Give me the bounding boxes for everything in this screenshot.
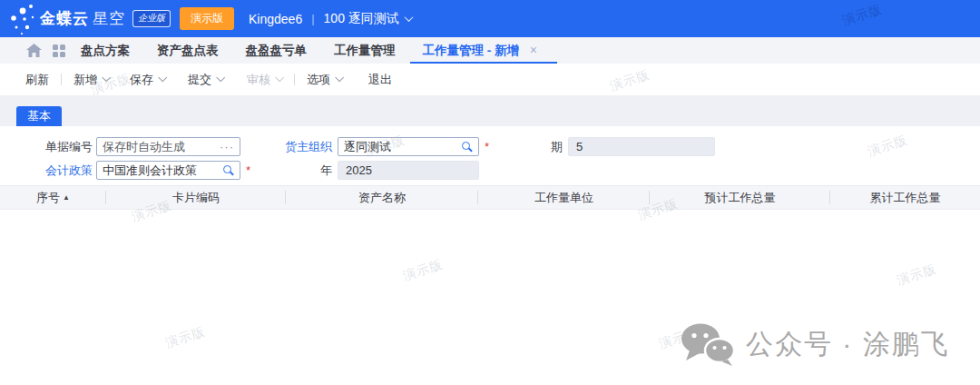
- column-header-workload-unit[interactable]: 工作量单位: [478, 186, 650, 209]
- chevron-down-icon: [275, 73, 284, 82]
- chevron-down-icon: [102, 73, 111, 82]
- button-label: 提交: [188, 72, 211, 88]
- demo-version-badge: 演示版: [180, 7, 234, 30]
- tab-label: 资产盘点表: [157, 44, 219, 57]
- owner-org-label[interactable]: 货主组织: [254, 137, 332, 156]
- chevron-down-icon: [216, 73, 225, 82]
- tab-label: 盘点方案: [81, 44, 130, 57]
- column-label: 预计工作总量: [705, 190, 776, 206]
- toolbar-divider: [294, 74, 295, 85]
- kingdee-logo-icon: [7, 3, 36, 35]
- brand-primary: 金蝶云: [40, 8, 89, 29]
- watermark: 演示版: [895, 261, 938, 289]
- period-value: 5: [576, 140, 583, 153]
- tab-label: 工作量管理 - 新增: [423, 44, 520, 57]
- sort-asc-icon: ▲: [63, 193, 70, 202]
- column-label: 累计工作总量: [870, 190, 941, 206]
- org-divider: |: [311, 12, 314, 25]
- bill-no-input[interactable]: 保存时自动生成 ···: [96, 137, 240, 156]
- column-label: 资产名称: [358, 190, 406, 206]
- column-header-estimated-total[interactable]: 预计工作总量: [650, 186, 830, 209]
- year-field: 2025: [338, 161, 479, 180]
- button-label: 新增: [74, 72, 97, 88]
- chevron-down-icon: [335, 73, 344, 82]
- close-icon[interactable]: ×: [530, 43, 537, 57]
- column-header-card-code[interactable]: 卡片编码: [106, 186, 286, 209]
- button-label: 保存: [130, 72, 153, 88]
- toolbar-divider: [61, 74, 62, 85]
- button-label: 审核: [247, 72, 270, 88]
- toolbar: 刷新 新增 保存 提交 审核 选项 退出: [0, 64, 980, 95]
- owner-org-value: 逐同测试: [344, 138, 391, 155]
- column-label: 卡片编码: [172, 190, 220, 206]
- username: Kingdee6: [249, 12, 302, 26]
- required-asterisk: *: [485, 137, 489, 156]
- edition-badge: 企业版: [132, 10, 171, 27]
- tab-workload-management-new[interactable]: 工作量管理 - 新增 ×: [423, 37, 537, 64]
- form-tab-strip: 基本: [0, 95, 980, 126]
- year-value: 2025: [346, 163, 372, 177]
- ellipsis-button[interactable]: ···: [220, 138, 234, 155]
- tab-workload-management[interactable]: 工作量管理: [334, 37, 396, 64]
- column-header-accumulated-total[interactable]: 累计工作总量: [830, 186, 980, 209]
- accounting-policy-value: 中国准则会计政策: [103, 162, 197, 179]
- new-button[interactable]: 新增: [74, 72, 109, 88]
- period-label: 期: [508, 137, 563, 156]
- audit-button: 审核: [247, 72, 282, 88]
- grid-header: 序号 ▲ 卡片编码 资产名称 工作量单位 预计工作总量 累计工作总量: [0, 185, 980, 210]
- brand-secondary: 星空: [93, 8, 125, 29]
- brand-name: 金蝶云 星空: [40, 8, 125, 29]
- chevron-down-icon: [158, 73, 167, 82]
- column-label: 序号: [36, 190, 60, 206]
- form-area: 单据编号 保存时自动生成 ··· 货主组织 逐同测试 * 期 5 会计政策 中国…: [0, 126, 980, 185]
- year-label: 年: [254, 161, 332, 180]
- tab-basic[interactable]: 基本: [16, 106, 62, 126]
- app-window: 金蝶云 星空 企业版 演示版 Kingdee6 | 100 逐同测试 演示版 盘…: [0, 0, 980, 385]
- home-icon[interactable]: [26, 44, 42, 57]
- accounting-policy-label[interactable]: 会计政策: [15, 161, 93, 180]
- save-button[interactable]: 保存: [130, 72, 165, 88]
- column-label: 工作量单位: [534, 190, 593, 206]
- footer-brand: 公众号 · 涂鹏飞: [679, 321, 950, 367]
- accounting-policy-input[interactable]: 中国准则会计政策: [96, 161, 240, 180]
- column-header-asset-name[interactable]: 资产名称: [286, 186, 478, 209]
- watermark: 演示版: [840, 1, 884, 29]
- search-icon[interactable]: [462, 142, 470, 150]
- watermark: 演示版: [163, 323, 207, 351]
- org-switcher[interactable]: Kingdee6 | 100 逐同测试: [249, 11, 412, 27]
- search-icon[interactable]: [223, 165, 231, 173]
- watermark: 演示版: [401, 256, 445, 284]
- tab-label: 工作量管理: [334, 44, 396, 57]
- document-tab-bar: 盘点方案 资产盘点表 盘盈盘亏单 工作量管理 工作量管理 - 新增 ×: [0, 37, 980, 64]
- refresh-button[interactable]: 刷新: [25, 72, 49, 88]
- wechat-icon: [679, 321, 739, 367]
- top-bar: 金蝶云 星空 企业版 演示版 Kingdee6 | 100 逐同测试 演示版: [0, 0, 980, 37]
- wechat-account-label: 公众号 · 涂鹏飞: [746, 326, 950, 363]
- button-label: 选项: [307, 72, 330, 88]
- tab-asset-inventory-sheet[interactable]: 资产盘点表: [157, 37, 219, 64]
- owner-org-input[interactable]: 逐同测试: [338, 137, 479, 156]
- required-asterisk: *: [246, 161, 250, 180]
- column-header-seq[interactable]: 序号 ▲: [0, 186, 106, 209]
- chevron-down-icon: [404, 13, 413, 22]
- org-name: 100 逐同测试: [324, 11, 399, 27]
- exit-button[interactable]: 退出: [368, 72, 392, 88]
- button-label: 刷新: [25, 72, 49, 88]
- submit-button[interactable]: 提交: [188, 72, 223, 88]
- bill-no-value: 保存时自动生成: [103, 138, 185, 155]
- bill-no-label: 单据编号: [15, 137, 93, 156]
- app-grid-icon[interactable]: [53, 44, 65, 57]
- tab-surplus-deficit-bill[interactable]: 盘盈盘亏单: [246, 37, 308, 64]
- options-button[interactable]: 选项: [307, 72, 342, 88]
- tab-label: 盘盈盘亏单: [246, 44, 308, 57]
- button-label: 退出: [368, 72, 392, 88]
- period-field: 5: [568, 137, 715, 156]
- tab-inventory-plan[interactable]: 盘点方案: [81, 37, 130, 64]
